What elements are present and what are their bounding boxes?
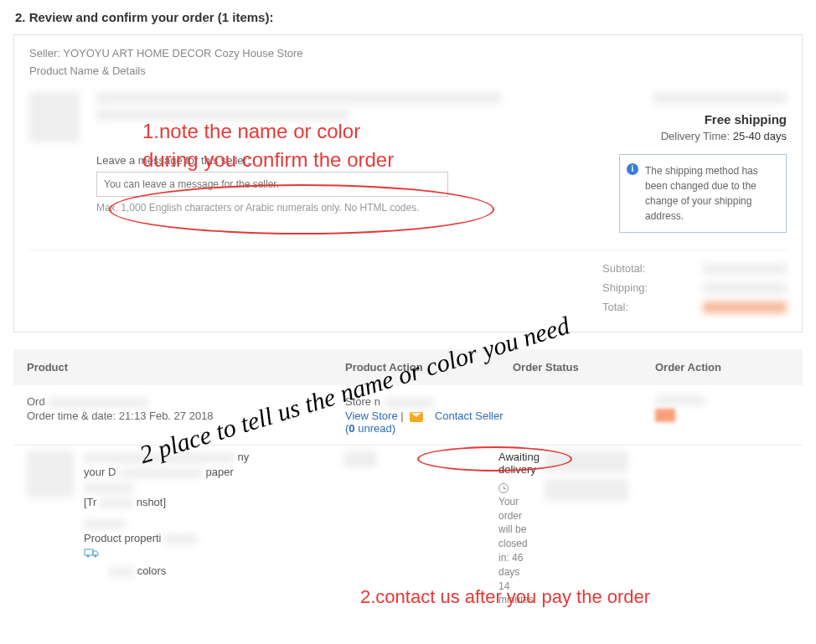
blurred-text	[653, 92, 787, 104]
total-label: Total:	[602, 301, 686, 313]
total-row: Total:	[29, 301, 787, 313]
separator: |	[400, 410, 406, 422]
free-shipping-label: Free shipping	[619, 112, 787, 126]
subtotal-label: Subtotal:	[602, 262, 686, 275]
delivery-value: 25-40 days	[733, 130, 787, 142]
item-price-cell	[335, 451, 385, 467]
store-prefix: Store n	[345, 395, 380, 408]
message-label: Leave a message for this seller:	[96, 154, 602, 167]
blurred-text	[655, 395, 705, 405]
blurred-text	[96, 92, 501, 104]
shipping-row: Shipping:	[29, 281, 787, 294]
order-action-cell	[655, 395, 789, 435]
blurred-text	[100, 498, 133, 508]
text-fragment: colors	[137, 564, 167, 577]
product-details-label: Product Name & Details	[29, 64, 787, 77]
subtotal-row: Subtotal:	[29, 262, 787, 275]
seller-message-input[interactable]	[96, 172, 448, 197]
blurred-text	[343, 451, 377, 467]
order-summary-row: Ord Order time & date: 21:13 Feb. 27 201…	[13, 385, 803, 445]
text-fragment: your D	[84, 466, 116, 478]
order-review-box: Seller: YOYOYU ART HOME DECOR Cozy House…	[13, 34, 803, 332]
text-fragment: nshot]	[137, 496, 166, 508]
shipping-col: Free shipping Delivery Time: 25-40 days …	[619, 92, 787, 233]
status-awaiting: Awaiting delivery	[498, 451, 528, 476]
close-timer: Your order will be closed in: 46 days 14…	[498, 481, 528, 607]
blurred-text	[96, 109, 349, 121]
col-header-status: Order Status	[513, 361, 655, 374]
blurred-text	[84, 483, 134, 493]
seller-name: YOYOYU ART HOME DECOR Cozy House Store	[63, 47, 302, 59]
info-icon: i	[627, 163, 638, 175]
status-cell-empty	[513, 395, 655, 435]
blurred-button[interactable]	[545, 479, 628, 501]
col-header-product: Product	[27, 361, 345, 374]
blurred-text	[109, 567, 134, 577]
order-item-row: ny your D paper [Tr nshot] Product prope…	[13, 445, 803, 624]
seller-line: Seller: YOYOYU ART HOME DECOR Cozy House…	[29, 47, 787, 59]
blurred-amount	[703, 282, 787, 294]
seller-label: Seller:	[29, 47, 63, 59]
item-status-cell: Awaiting delivery Your order will be clo…	[385, 451, 528, 607]
blurred-text	[164, 534, 198, 544]
text-fragment: Product properti	[84, 532, 162, 544]
order-id-cell: Ord Order time & date: 21:13 Feb. 27 201…	[27, 395, 345, 435]
blurred-button[interactable]	[545, 451, 628, 472]
product-row: Leave a message for this seller: Max. 1,…	[29, 92, 787, 233]
order-time-label: Order time & date:	[27, 410, 119, 422]
product-info-col: Leave a message for this seller: Max. 1,…	[96, 92, 619, 233]
order-time-value: 21:13 Feb. 27 2018	[119, 410, 214, 422]
delivery-label: Delivery Time:	[661, 130, 733, 142]
truck-icon	[84, 547, 335, 562]
unread-count: 0	[349, 422, 354, 435]
col-header-action: Product Action	[345, 361, 513, 374]
blurred-text	[48, 398, 148, 408]
blurred-button	[655, 409, 675, 422]
ord-prefix: Ord	[27, 395, 45, 408]
totals-section: Subtotal: Shipping: Total:	[29, 250, 787, 313]
store-links-cell: Store n View Store | Contact Seller (0 u…	[345, 395, 513, 435]
shipping-label: Shipping:	[602, 281, 686, 294]
shipping-notice: i The shipping method has been changed d…	[619, 154, 787, 233]
shipping-notice-text: The shipping method has been changed due…	[645, 165, 758, 222]
text-fragment: [Tr	[84, 496, 96, 508]
svg-rect-0	[85, 549, 93, 555]
delivery-time: Delivery Time: 25-40 days	[619, 130, 787, 142]
blurred-amount	[703, 263, 787, 275]
mail-icon	[410, 412, 423, 422]
message-hint: Max. 1,000 English characters or Arabic …	[96, 202, 602, 214]
col-header-order-action: Order Action	[655, 361, 789, 374]
item-thumbnail	[27, 451, 74, 497]
order-grid-header: Product Product Action Order Status Orde…	[13, 349, 803, 385]
item-info: ny your D paper [Tr nshot] Product prope…	[84, 451, 335, 580]
clock-icon	[498, 483, 509, 493]
text-fragment: paper	[206, 466, 234, 478]
blurred-text	[84, 453, 235, 463]
unread-suffix: unread)	[355, 422, 395, 435]
svg-point-1	[87, 555, 90, 558]
svg-point-2	[95, 555, 97, 558]
product-thumbnail-col	[29, 92, 96, 233]
blurred-amount	[703, 301, 787, 313]
blurred-text	[84, 519, 126, 529]
blurred-text	[384, 398, 434, 408]
view-store-link[interactable]: View Store	[345, 410, 398, 422]
blurred-text	[119, 468, 203, 478]
item-action-cell	[528, 451, 789, 507]
page-title: 2. Review and confirm your order (1 item…	[0, 0, 816, 34]
product-thumbnail	[29, 92, 80, 142]
